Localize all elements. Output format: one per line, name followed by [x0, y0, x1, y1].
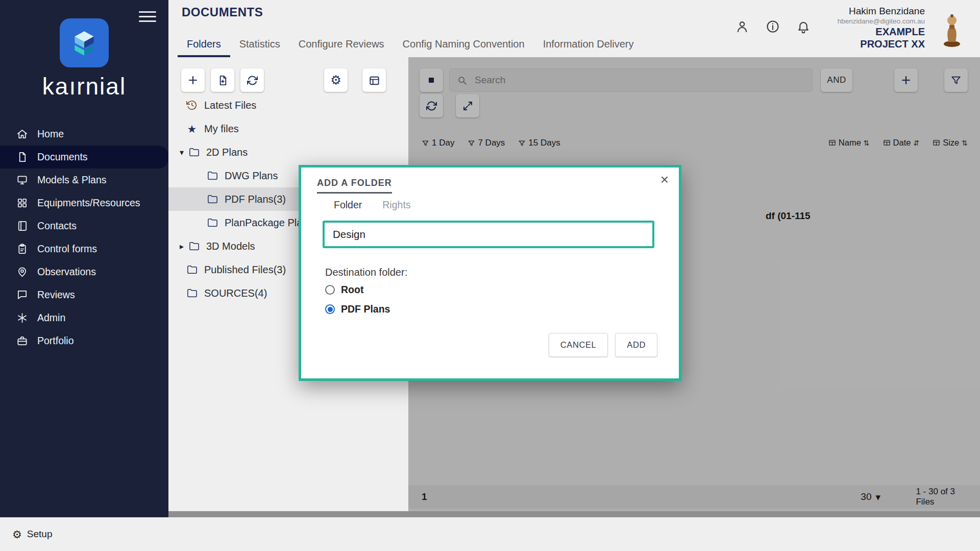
add-button[interactable]: ADD [615, 333, 657, 357]
folder-icon [207, 217, 218, 229]
app-window: kaırnial Home Documents Models & Plans [0, 0, 980, 551]
close-icon[interactable]: × [660, 173, 669, 187]
clipboard-icon [16, 243, 28, 255]
add-folder-dialog: ADD A FOLDER × Folder Rights Destination… [299, 165, 681, 381]
kairnial-logo-icon [60, 18, 109, 67]
gear-icon: ⚙ [12, 529, 22, 540]
sidebar-item-contacts[interactable]: Contacts [0, 214, 168, 237]
tab-config-naming-convention[interactable]: Config Naming Convention [394, 33, 534, 57]
table-icon [369, 75, 380, 86]
bell-icon[interactable] [796, 19, 811, 34]
user-icon[interactable] [735, 19, 749, 34]
sidebar-item-label: Portfolio [37, 335, 74, 347]
file-plus-icon [217, 75, 229, 86]
dialog-actions: CANCEL ADD [549, 333, 657, 357]
sidebar-item-documents[interactable]: Documents [0, 146, 168, 169]
sidebar-item-models-plans[interactable]: Models & Plans [0, 169, 168, 191]
gear-icon: ⚙ [330, 74, 341, 86]
sidebar-item-label: Admin [37, 312, 65, 324]
sidebar-item-reviews[interactable]: Reviews [0, 283, 168, 306]
radio-option-pdf-plans[interactable]: PDF Plans [325, 303, 390, 315]
sidebar-item-label: Models & Plans [37, 174, 106, 186]
hamburger-menu-icon[interactable] [139, 8, 156, 25]
tab-rights[interactable]: Rights [382, 199, 410, 213]
tab-configure-reviews[interactable]: Configure Reviews [289, 33, 394, 57]
history-icon [186, 100, 198, 111]
tree-row-label: SOURCES(4) [204, 288, 267, 299]
sidebar: kaırnial Home Documents Models & Plans [0, 0, 168, 517]
sidebar-item-label: Control forms [37, 243, 97, 255]
folder-icon [207, 170, 218, 182]
radio-option-root[interactable]: Root [325, 284, 363, 296]
tree-row-latest-files[interactable]: Latest Files [168, 93, 408, 117]
tree-row-label: PDF Plans(3) [225, 194, 286, 205]
sidebar-item-label: Equipments/Resources [37, 197, 140, 209]
sidebar-item-portfolio[interactable]: Portfolio [0, 329, 168, 352]
sidebar-item-label: Home [37, 128, 64, 140]
tree-row-label: 3D Models [206, 241, 255, 252]
info-icon[interactable] [766, 19, 780, 34]
tree-row-2d-plans[interactable]: ▾ 2D Plans [168, 140, 408, 164]
refresh-tree-button[interactable] [240, 68, 264, 92]
refresh-icon [247, 75, 258, 86]
avatar[interactable] [936, 12, 968, 48]
chat-bubble-icon [16, 289, 28, 301]
sidebar-item-control-forms[interactable]: Control forms [0, 237, 168, 260]
folder-icon [186, 264, 198, 276]
sidebar-item-observations[interactable]: Observations [0, 260, 168, 283]
user-email: hbenzidane@digiteo.com.au [838, 17, 925, 26]
tree-row-label: My files [204, 123, 239, 135]
header-icon-group [735, 19, 811, 34]
document-icon [16, 151, 28, 163]
tab-folders[interactable]: Folders [178, 33, 230, 57]
sidebar-item-label: Documents [37, 151, 88, 163]
asterisk-icon [16, 312, 28, 324]
dialog-tabs: Folder Rights [334, 199, 411, 213]
tab-statistics[interactable]: Statistics [230, 33, 289, 57]
tab-folder[interactable]: Folder [334, 199, 362, 213]
star-icon: ★ [187, 124, 197, 134]
user-name: Hakim Benzidane [838, 5, 925, 17]
sidebar-item-admin[interactable]: Admin [0, 306, 168, 329]
tab-information-delivery[interactable]: Information Delivery [534, 33, 643, 57]
grid-icon [16, 197, 28, 209]
radio-label: Root [341, 284, 363, 296]
add-file-button[interactable] [211, 68, 234, 92]
radio-unchecked-icon[interactable] [325, 285, 335, 295]
home-icon [16, 128, 28, 140]
folder-icon [188, 241, 200, 252]
radio-checked-icon[interactable] [325, 304, 335, 314]
caret-right-icon[interactable]: ▸ [176, 242, 188, 251]
tree-list-view-button[interactable] [362, 68, 386, 92]
tree-row-label: PlanPackage Plan [225, 217, 308, 229]
sidebar-item-label: Observations [37, 266, 96, 278]
add-folder-button[interactable] [181, 68, 205, 92]
tree-settings-button[interactable]: ⚙ [324, 68, 348, 92]
project-name-line1: EXAMPLE [838, 26, 925, 38]
radio-label: PDF Plans [341, 303, 390, 315]
page-title: DOCUMENTS [182, 5, 263, 19]
folder-icon [188, 147, 200, 158]
contacts-book-icon [16, 220, 28, 232]
sidebar-item-label: Contacts [37, 220, 77, 232]
footer-bar: ⚙ Setup [0, 517, 980, 551]
sidebar-item-equipments[interactable]: Equipments/Resources [0, 191, 168, 214]
user-block: Hakim Benzidane hbenzidane@digiteo.com.a… [838, 5, 925, 50]
folder-name-input[interactable] [323, 221, 654, 248]
caret-down-icon[interactable]: ▾ [176, 148, 188, 157]
tree-row-label: 2D Plans [206, 147, 248, 158]
horizontal-scrollbar[interactable] [168, 511, 980, 517]
folder-icon [186, 288, 198, 299]
top-header: DOCUMENTS Folders Statistics Configure R… [168, 0, 980, 57]
cube-logo-icon [69, 28, 99, 58]
setup-link[interactable]: Setup [27, 529, 53, 540]
cancel-button[interactable]: CANCEL [549, 333, 608, 357]
sidebar-nav: Home Documents Models & Plans Equipments… [0, 123, 168, 352]
map-pin-icon [16, 266, 28, 278]
tree-row-my-files[interactable]: ★ My files [168, 117, 408, 140]
folder-icon [207, 194, 218, 205]
sidebar-item-label: Reviews [37, 289, 75, 301]
monitor-icon [16, 174, 28, 186]
tree-row-label: Published Files(3) [204, 264, 286, 276]
sidebar-item-home[interactable]: Home [0, 123, 168, 146]
